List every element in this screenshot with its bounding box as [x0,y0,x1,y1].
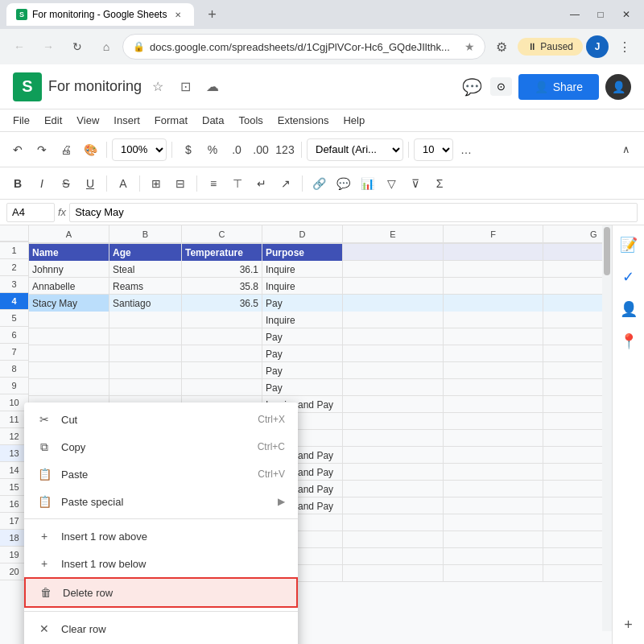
row-num-1[interactable]: 1 [0,242,28,259]
col-header-f[interactable]: F [444,225,544,242]
col-header-a[interactable]: A [29,225,109,242]
cell-a1[interactable]: Name [29,244,109,261]
cell-a8[interactable] [29,362,109,379]
cell-b3[interactable]: Reams [109,278,182,295]
cell-f7[interactable] [444,345,544,362]
formula-input[interactable]: Stacy May [69,203,638,222]
cell-e6[interactable] [343,328,444,345]
cell-f6[interactable] [444,328,544,345]
cell-a6[interactable] [29,328,109,345]
zoom-select[interactable]: 100% 75% 125% [112,138,167,161]
cell-b6[interactable] [109,328,182,345]
rotate-button[interactable]: ↗ [275,172,297,195]
ctx-insert-below[interactable]: + Insert 1 row below [24,550,298,577]
align-h-button[interactable]: ≡ [202,172,225,195]
cell-c7[interactable] [182,345,262,362]
cell-reference[interactable]: A4 [6,203,55,222]
vertical-scrollbar[interactable] [602,225,612,631]
cell-f3[interactable] [444,278,544,295]
cell-f9[interactable] [444,379,544,396]
cell-d2[interactable]: Inquire [262,261,343,278]
scrollbar-thumb[interactable] [604,227,610,275]
cell-f11[interactable] [444,413,544,430]
ctx-paste-special[interactable]: 📋 Paste special ▶ [24,488,298,515]
cell-f17[interactable] [444,514,544,531]
print-button[interactable]: 🖨 [55,138,77,161]
borders-button[interactable]: ⊞ [145,172,167,195]
chart-button[interactable]: 📊 [356,172,378,195]
cell-e18[interactable] [343,531,444,548]
cell-e12[interactable] [343,430,444,447]
cell-b1[interactable]: Age [109,244,182,261]
side-add-button[interactable]: + [616,612,642,638]
menu-format[interactable]: Format [148,111,194,130]
font-select[interactable]: Default (Ari... Arial [307,138,403,161]
cell-d1[interactable]: Purpose [262,244,343,261]
row-num-7[interactable]: 7 [0,344,28,361]
cell-a9[interactable] [29,379,109,396]
row-num-2[interactable]: 2 [0,259,28,276]
back-button[interactable]: ← [6,34,32,60]
bookmark-icon[interactable]: ★ [464,40,475,53]
cell-f2[interactable] [444,261,544,278]
new-tab-button[interactable]: + [200,3,223,26]
maximize-button[interactable]: □ [589,3,612,26]
menu-file[interactable]: File [6,111,36,130]
cell-e15[interactable] [343,481,444,497]
cell-a3[interactable]: Annabelle [29,278,109,295]
filter-button[interactable]: ▽ [380,172,402,195]
home-button[interactable]: ⌂ [93,34,119,60]
cell-f16[interactable] [444,497,544,514]
row-num-9[interactable]: 9 [0,378,28,394]
cell-d4[interactable]: Pay [262,295,343,312]
cell-c3[interactable]: 35.8 [182,278,262,295]
italic-button[interactable]: I [31,172,53,195]
cell-a5[interactable] [29,312,109,328]
underline-button[interactable]: U [79,172,101,195]
cell-a4[interactable]: Stacy May [29,295,109,312]
cell-c2[interactable]: 36.1 [182,261,262,278]
cell-e16[interactable] [343,497,444,514]
ctx-paste[interactable]: 📋 Paste Ctrl+V [24,460,298,488]
more-toolbar-button[interactable]: … [455,138,477,161]
cell-d9[interactable]: Pay [262,379,343,396]
filter2-button[interactable]: ⊽ [404,172,427,195]
cell-f1[interactable] [444,244,544,261]
cell-e1[interactable] [343,244,444,261]
cell-c4[interactable]: 36.5 [182,295,262,312]
cell-d5[interactable]: Inquire [262,312,343,328]
cell-e17[interactable] [343,514,444,531]
paint-format-button[interactable]: 🎨 [79,138,101,161]
merge-button[interactable]: ⊟ [169,172,192,195]
row-num-4[interactable]: 4 [0,293,28,310]
link-button[interactable]: 🔗 [308,172,330,195]
cell-f5[interactable] [444,312,544,328]
wrap-button[interactable]: ↵ [250,172,273,195]
profile-avatar[interactable]: J [586,35,609,58]
row-num-5[interactable]: 5 [0,310,28,327]
ctx-clear-row[interactable]: ✕ Clear row [24,615,298,642]
cell-f13[interactable] [444,447,544,464]
menu-tools[interactable]: Tools [232,111,269,130]
col-header-b[interactable]: B [109,225,182,242]
cell-e11[interactable] [343,413,444,430]
ctx-copy[interactable]: ⧉ Copy Ctrl+C [24,433,298,460]
cell-b8[interactable] [109,362,182,379]
side-person-button[interactable]: 👤 [616,296,642,322]
cell-c9[interactable] [182,379,262,396]
cell-a2[interactable]: Johnny [29,261,109,278]
cloud-button[interactable]: ☁ [201,76,224,98]
ctx-insert-above[interactable]: + Insert 1 row above [24,522,298,550]
share-button[interactable]: 👤 Share [518,74,599,100]
strikethrough-button[interactable]: S [55,172,77,195]
star-button[interactable]: ☆ [147,76,169,98]
cell-b7[interactable] [109,345,182,362]
side-notes-button[interactable]: 📝 [616,232,642,258]
history-button[interactable]: ⊙ [490,77,512,96]
ctx-cut[interactable]: ✂ Cut Ctrl+X [24,406,298,433]
cell-e13[interactable] [343,447,444,464]
menu-data[interactable]: Data [196,111,230,130]
decimal-decrease-button[interactable]: .0 [225,138,248,161]
cell-c5[interactable] [182,312,262,328]
cell-b5[interactable] [109,312,182,328]
